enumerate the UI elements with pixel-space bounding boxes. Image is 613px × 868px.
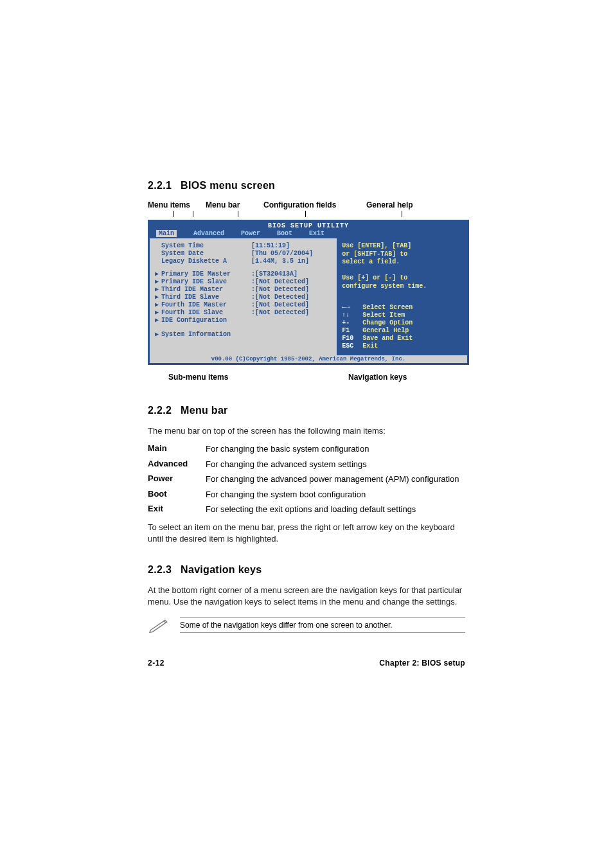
- bios-tab-boot: Boot: [277, 230, 292, 237]
- section-title: Navigation keys: [181, 564, 262, 575]
- triangle-icon: ▶: [155, 278, 161, 286]
- label-general-help: General help: [366, 200, 443, 209]
- menubar-outro: To select an item on the menu bar, press…: [148, 522, 465, 545]
- label-menu-items: Menu items: [148, 200, 206, 209]
- bios-submenu-item: ▶System Information: [150, 331, 337, 339]
- bios-title: BIOS SETUP UTILITY: [150, 222, 467, 230]
- triangle-icon: ▶: [155, 301, 161, 309]
- bios-item: System Date[Thu 05/07/2004]: [150, 250, 337, 258]
- bios-submenu-item: ▶Primary IDE Master:[ST320413A]: [150, 270, 337, 278]
- bios-left-pane: System Time[11:51:19] System Date[Thu 05…: [150, 238, 338, 355]
- table-row: PowerFor changing the advanced power man…: [148, 474, 465, 485]
- menubar-table: MainFor changing the basic system config…: [148, 443, 465, 515]
- bios-submenu-item: ▶Third IDE Slave:[Not Detected]: [150, 294, 337, 301]
- table-row: BootFor changing the system boot configu…: [148, 489, 465, 500]
- page-footer: 2-12 Chapter 2: BIOS setup: [148, 659, 465, 668]
- section-2-2-3-heading: 2.2.3Navigation keys: [148, 564, 465, 576]
- bios-submenu-item: ▶IDE Configuration: [150, 317, 337, 324]
- note-block: Some of the navigation keys differ from …: [148, 617, 465, 633]
- bios-tab-exit: Exit: [309, 230, 324, 237]
- note-text: Some of the navigation keys differ from …: [180, 618, 465, 632]
- chapter-title: Chapter 2: BIOS setup: [379, 659, 465, 668]
- bios-item: System Time[11:51:19]: [150, 242, 337, 250]
- label-submenu-items: Sub-menu items: [168, 373, 348, 382]
- table-row: MainFor changing the basic system config…: [148, 443, 465, 455]
- bios-copyright: v00.00 (C)Copyright 1985-2002, American …: [150, 355, 467, 363]
- section-2-2-1-heading: 2.2.1BIOS menu screen: [148, 180, 465, 191]
- bios-submenu-item: ▶Fourth IDE Slave:[Not Detected]: [150, 309, 337, 317]
- bios-right-pane: Use [ENTER], [TAB] or [SHIFT-TAB] to sel…: [338, 238, 467, 355]
- label-menu-bar: Menu bar: [206, 200, 263, 209]
- diagram-top-labels: Menu items Menu bar Configuration fields…: [148, 200, 465, 209]
- section-title: Menu bar: [181, 405, 228, 416]
- bios-tab-advanced: Advanced: [193, 230, 224, 237]
- label-navigation-keys: Navigation keys: [348, 373, 425, 382]
- pencil-note-icon: [148, 617, 170, 633]
- diagram-bottom-labels: Sub-menu items Navigation keys: [148, 373, 465, 382]
- label-configuration-fields: Configuration fields: [263, 200, 366, 209]
- bios-tab-main: Main: [156, 230, 177, 237]
- bios-menu-bar: Main Advanced Power Boot Exit: [150, 230, 467, 238]
- triangle-icon: ▶: [155, 317, 161, 324]
- menubar-intro: The menu bar on top of the screen has th…: [148, 425, 465, 437]
- bios-submenu-item: ▶Primary IDE Slave:[Not Detected]: [150, 278, 337, 286]
- triangle-icon: ▶: [155, 270, 161, 278]
- table-row: AdvancedFor changing the advanced system…: [148, 459, 465, 470]
- triangle-icon: ▶: [155, 331, 161, 339]
- section-number: 2.2.3: [148, 564, 172, 575]
- triangle-icon: ▶: [155, 286, 161, 294]
- bios-submenu-item: ▶Third IDE Master:[Not Detected]: [150, 286, 337, 294]
- page-number: 2-12: [148, 659, 164, 668]
- bios-tab-power: Power: [241, 230, 260, 237]
- section-2-2-2-heading: 2.2.2Menu bar: [148, 405, 465, 416]
- bios-screenshot: BIOS SETUP UTILITY Main Advanced Power B…: [148, 220, 469, 365]
- bios-help-text: Use [ENTER], [TAB] or [SHIFT-TAB] to sel…: [342, 242, 463, 290]
- triangle-icon: ▶: [155, 309, 161, 317]
- bios-submenu-item: ▶Fourth IDE Master:[Not Detected]: [150, 301, 337, 309]
- section-number: 2.2.1: [148, 180, 172, 191]
- triangle-icon: ▶: [155, 294, 161, 301]
- bios-nav-keys: ←→Select Screen ↑↓Select Item +-Change O…: [342, 304, 463, 350]
- section-number: 2.2.2: [148, 405, 172, 416]
- bios-item: Legacy Diskette A[1.44M, 3.5 in]: [150, 258, 337, 265]
- section-title: BIOS menu screen: [181, 180, 275, 191]
- diagram-top-ticks: [148, 211, 465, 220]
- table-row: ExitFor selecting the exit options and l…: [148, 504, 465, 515]
- navkeys-body: At the bottom right corner of a menu scr…: [148, 585, 465, 608]
